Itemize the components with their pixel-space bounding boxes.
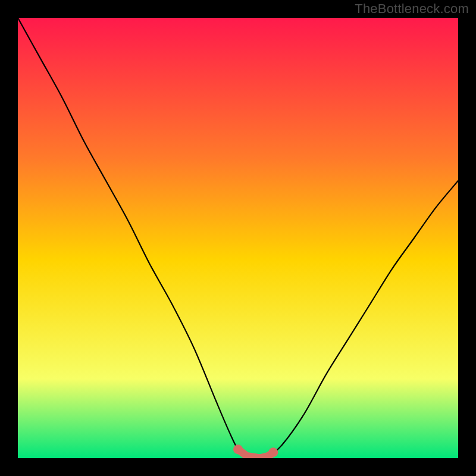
optimal-left-marker bbox=[233, 444, 243, 454]
chart-frame: TheBottleneck.com bbox=[0, 0, 476, 476]
optimal-right-marker bbox=[268, 447, 278, 457]
plot-area bbox=[18, 18, 458, 458]
watermark-text: TheBottleneck.com bbox=[355, 1, 469, 17]
bottleneck-chart bbox=[18, 18, 458, 458]
gradient-background bbox=[18, 18, 458, 458]
